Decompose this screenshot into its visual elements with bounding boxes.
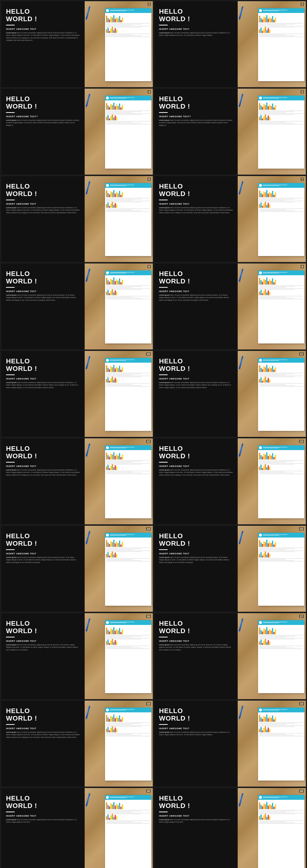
slide-content: HELLOWORLD ! INSERT AWESOME TEXT Lorem i… (1, 701, 85, 786)
slide-number: 4 (147, 90, 151, 93)
slide-title: HELLOWORLD ! (159, 532, 233, 547)
slide-lorem: Lorem ipsum dolor sit amet consectetur a… (6, 469, 80, 476)
slide-image (238, 264, 306, 349)
img-mockup (85, 788, 153, 868)
slide-title: HELLOWORLD ! (6, 620, 80, 635)
slide-3: 3 HELLOWORLD ! INSERT AWESOME TEXT Lorem… (154, 1, 306, 87)
slide-number: 9 (301, 265, 304, 268)
slide-image (85, 1, 153, 87)
slide-lorem: Lorem ipsum dolor sit amet consectetur a… (159, 644, 233, 651)
slide-lorem: Lorem ipsum dolor sit amet consectetur a… (159, 207, 233, 214)
slide-title: HELLOWORLD ! (159, 795, 233, 810)
slide-divider (159, 724, 168, 725)
slide-content: HELLOWORLD ! INSERT AWESOME TEXT? Lorem … (154, 89, 238, 175)
slide-content: HELLOWORLD ! INSERT AWESOME TEXT? Lorem … (1, 89, 85, 175)
slide-divider (159, 811, 168, 812)
slide-image (85, 613, 153, 699)
slide-image (238, 701, 306, 786)
slide-title: HELLOWORLD ! (6, 445, 80, 460)
slide-subtitle: INSERT AWESOME TEXT (6, 465, 80, 467)
slide-lorem: Lorem ipsum dolor sit amet consectetur a… (6, 731, 80, 739)
slide-lorem: Lorem ipsum dolor sit amet consectetur a… (159, 32, 233, 37)
slide-lorem: Lorem ipsum dolor sit amet consectetur a… (159, 818, 233, 824)
slide-title: HELLOWORLD ! (6, 95, 80, 110)
slide-lorem: Lorem ipsum dolor sit amet consectetur a… (159, 119, 233, 127)
slide-lorem: Lorem ipsum dolor sit amet consectetur a… (6, 644, 80, 651)
slide-12: 12 HELLOWORLD ! INSERT AWESOME TEXT Lore… (1, 438, 153, 525)
slide-divider (6, 199, 14, 200)
slide-divider (159, 25, 168, 26)
slide-content: HELLOWORLD ! INSERT AWESOME TEXT Lorem i… (1, 438, 85, 524)
slide-number: 7 (301, 178, 304, 181)
slide-subtitle: INSERT AWESOME TEXT (6, 290, 80, 292)
slide-image (238, 176, 306, 262)
slide-lorem: Lorem ipsum dolor sit amet consectetur a… (159, 381, 233, 389)
slide-number: 14 (146, 527, 151, 531)
slide-19: 19 HELLOWORLD ! INSERT AWESOME TEXT Lore… (154, 700, 306, 787)
slide-image (238, 1, 306, 87)
img-mockup (85, 1, 153, 87)
slide-subtitle: INSERT AWESOME TEXT (159, 727, 233, 730)
img-mockup (238, 176, 306, 262)
slide-14: 14 HELLOWORLD ! INSERT AWESOME TEXT Lore… (1, 526, 153, 612)
slide-subtitle: INSERT AWESOME TEXT (159, 552, 233, 555)
slide-subtitle: INSERT AWESOME TEXT? (159, 115, 233, 118)
slide-divider (159, 462, 168, 463)
slide-image (85, 264, 153, 349)
slide-subtitle: INSERT AWESOME TEXT (6, 203, 80, 205)
slide-title: HELLOWORLD ! (159, 183, 233, 198)
img-mockup (85, 526, 153, 612)
slide-content: HELLOWORLD ! INSERT AWESOME TEXT Lorem i… (1, 613, 85, 699)
img-mockup (238, 89, 306, 175)
slide-17: 17 HELLOWORLD ! INSERT AWESOME TEXT Lore… (154, 613, 306, 700)
slide-content: HELLOWORLD ! INSERT AWESOME TEXT Lorem i… (154, 438, 238, 524)
slide-divider (159, 637, 168, 638)
slide-subtitle: INSERT AWESOME TEXT (6, 377, 80, 380)
slide-subtitle: INSERT AWESOME TEXT (6, 28, 80, 30)
img-mockup (85, 613, 153, 699)
slide-13: 13 HELLOWORLD ! INSERT AWESOME TEXT Lore… (154, 438, 306, 525)
img-mockup (85, 438, 153, 524)
slide-divider (159, 199, 168, 200)
slide-4: 4 HELLOWORLD ! INSERT AWESOME TEXT? Lore… (1, 88, 153, 175)
slide-subtitle: INSERT AWESOME TEXT (159, 377, 233, 380)
slide-title: HELLOWORLD ! (6, 8, 80, 23)
slide-image (238, 438, 306, 524)
slide-number: 19 (299, 702, 304, 705)
slide-number: 15 (299, 527, 304, 531)
img-mockup (238, 264, 306, 349)
slide-image (85, 176, 153, 262)
slide-subtitle: INSERT AWESOME TEXT (6, 727, 80, 730)
slide-content: HELLOWORLD ! INSERT AWESOME TEXT Lorem i… (154, 1, 238, 87)
slide-lorem: Lorem ipsum dolor sit amet consectetur a… (6, 119, 80, 127)
img-mockup (238, 788, 306, 868)
slide-divider (6, 549, 14, 550)
slide-8: 8 HELLOWORLD ! INSERT AWESOME TEXT Lorem… (1, 263, 153, 350)
img-mockup (238, 438, 306, 524)
slide-number: 3 (301, 3, 304, 6)
slide-lorem: Lorem ipsum dolor sit amet consectetur a… (6, 32, 80, 42)
slide-7: 7 HELLOWORLD ! INSERT AWESOME TEXT Lorem… (154, 176, 306, 262)
slide-lorem: Lorem ipsum dolor sit amet consectetur a… (159, 556, 233, 564)
slide-subtitle: INSERT AWESOME TEXT (6, 552, 80, 555)
slide-content: HELLOWORLD ! INSERT AWESOME TEXT Lorem i… (1, 526, 85, 612)
slide-grid: 2 HELLOWORLD ! INSERT AWESOME TEXT Lorem… (0, 0, 307, 868)
slide-2: 2 HELLOWORLD ! INSERT AWESOME TEXT Lorem… (1, 1, 153, 87)
slide-title: HELLOWORLD ! (159, 707, 233, 722)
slide-number: 12 (146, 440, 151, 443)
slide-content: HELLOWORLD ! INSERT AWESOME TEXT Lorem i… (154, 264, 238, 349)
slide-number: 5 (301, 90, 304, 93)
slide-title: HELLOWORLD ! (6, 707, 80, 722)
slide-title: HELLOWORLD ! (6, 532, 80, 547)
slide-11: 11 HELLOWORLD ! INSERT AWESOME TEXT Lore… (154, 351, 306, 437)
slide-divider (6, 287, 14, 288)
slide-image (238, 526, 306, 612)
img-mockup (238, 351, 306, 437)
slide-number: 17 (299, 615, 304, 618)
slide-content: HELLOWORLD ! INSERT AWESOME TEXT Lorem i… (154, 526, 238, 612)
slide-20: 20 HELLOWORLD ! INSERT AWESOME TEXT Lore… (1, 788, 153, 868)
slide-content: HELLOWORLD ! INSERT AWESOME TEXT Lorem i… (154, 701, 238, 786)
slide-number: 11 (299, 352, 304, 356)
slide-image (85, 351, 153, 437)
img-mockup (238, 613, 306, 699)
